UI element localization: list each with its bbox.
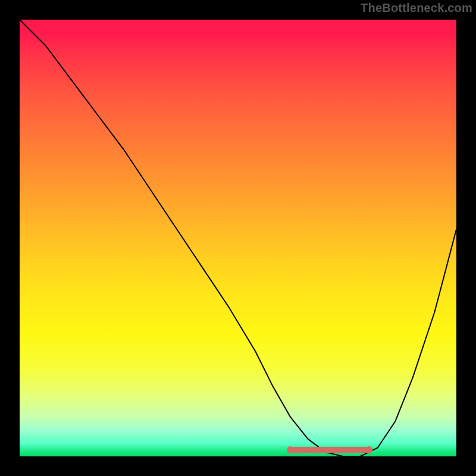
curve-svg <box>20 20 456 456</box>
plot-area <box>20 20 456 456</box>
optimal-band-end-dot <box>365 446 372 453</box>
watermark-text: TheBottleneck.com <box>361 1 472 15</box>
bottleneck-curve <box>20 20 456 456</box>
optimal-band-start-dot <box>287 446 294 453</box>
chart-frame: TheBottleneck.com <box>0 0 476 476</box>
